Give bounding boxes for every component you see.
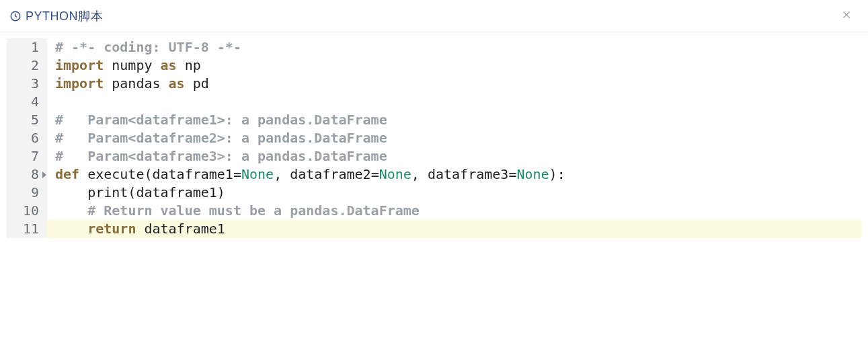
clock-icon [9, 10, 22, 22]
code-content[interactable]: print(dataframe1) [47, 184, 861, 202]
code-line[interactable]: 8def execute(dataframe1=None, dataframe2… [7, 165, 861, 184]
code-line[interactable]: 10 # Return value must be a pandas.DataF… [7, 202, 861, 220]
code-token: # Param<dataframe3>: a pandas.DataFrame [55, 148, 387, 164]
code-token: = [508, 166, 516, 182]
code-content[interactable]: import pandas as pd [47, 75, 861, 93]
code-area[interactable]: 1# -*- coding: UTF-8 -*-2import numpy as… [7, 38, 861, 334]
line-number: 10 [7, 202, 47, 220]
code-token: dataframe2 [290, 166, 370, 182]
title-bar: PYTHON脚本 [0, 0, 868, 32]
code-token: None [516, 166, 549, 182]
line-number: 6 [7, 129, 47, 147]
code-content[interactable]: import numpy as np [47, 56, 861, 75]
line-number: 2 [7, 56, 47, 75]
code-line[interactable]: 3import pandas as pd [7, 75, 861, 93]
code-line[interactable]: 6# Param<dataframe2>: a pandas.DataFrame [7, 129, 861, 147]
code-line[interactable]: 4 [7, 93, 861, 111]
code-line[interactable]: 9 print(dataframe1) [7, 184, 861, 202]
code-token: , [274, 166, 290, 182]
code-token: , [411, 166, 428, 182]
code-token: pandas [104, 75, 168, 91]
code-token: # Param<dataframe1>: a pandas.DataFrame [55, 112, 387, 128]
code-token: None [379, 166, 411, 182]
code-line[interactable]: 5# Param<dataframe1>: a pandas.DataFrame [7, 111, 861, 129]
code-line[interactable]: 1# -*- coding: UTF-8 -*- [7, 38, 861, 56]
window-title: PYTHON脚本 [26, 8, 103, 24]
code-token: pd [185, 75, 209, 91]
code-token: # Param<dataframe2>: a pandas.DataFrame [55, 130, 387, 146]
code-token: print(dataframe1) [55, 184, 225, 200]
code-token: dataframe3 [428, 166, 508, 182]
code-token: # -*- coding: UTF-8 -*- [55, 39, 241, 55]
code-token: def [55, 166, 79, 182]
code-line[interactable]: 7# Param<dataframe3>: a pandas.DataFrame [7, 147, 861, 165]
close-icon [841, 9, 852, 22]
code-editor[interactable]: 1# -*- coding: UTF-8 -*-2import numpy as… [0, 32, 868, 341]
line-number: 3 [7, 75, 47, 93]
code-token [55, 202, 87, 219]
code-line[interactable]: 11 return dataframe1 [7, 220, 861, 238]
code-token: import [55, 57, 104, 73]
code-token: None [241, 166, 274, 182]
code-token: = [233, 166, 241, 182]
code-content[interactable]: # Param<dataframe2>: a pandas.DataFrame [47, 129, 861, 147]
code-token: execute(dataframe1 [79, 166, 233, 182]
code-token [55, 221, 87, 237]
code-token: # Return value must be a pandas.DataFram… [87, 202, 420, 219]
code-token: as [161, 57, 177, 73]
code-token: ): [549, 166, 565, 182]
line-number: 4 [7, 93, 47, 111]
close-button[interactable] [837, 7, 856, 26]
code-content[interactable]: # -*- coding: UTF-8 -*- [47, 38, 861, 56]
code-content[interactable]: # Param<dataframe3>: a pandas.DataFrame [47, 147, 861, 165]
code-token: = [371, 166, 379, 182]
line-number: 11 [7, 220, 47, 238]
code-content[interactable]: # Return value must be a pandas.DataFram… [47, 202, 861, 220]
code-line[interactable]: 2import numpy as np [7, 56, 861, 75]
fold-toggle-icon[interactable] [42, 172, 46, 178]
code-content[interactable]: return dataframe1 [47, 220, 861, 238]
code-content[interactable]: def execute(dataframe1=None, dataframe2=… [47, 165, 861, 184]
code-token: np [177, 57, 201, 73]
line-number: 5 [7, 111, 47, 129]
line-number: 1 [7, 38, 47, 56]
code-content[interactable]: # Param<dataframe1>: a pandas.DataFrame [47, 111, 861, 129]
line-number: 8 [7, 165, 47, 184]
code-token: numpy [104, 57, 160, 73]
code-token: dataframe1 [136, 221, 225, 237]
code-token: return [87, 221, 136, 237]
code-token: as [169, 75, 185, 91]
line-number: 9 [7, 184, 47, 202]
code-token: import [55, 75, 104, 91]
line-number: 7 [7, 147, 47, 165]
title-bar-left: PYTHON脚本 [9, 8, 103, 24]
code-content[interactable] [47, 93, 861, 111]
